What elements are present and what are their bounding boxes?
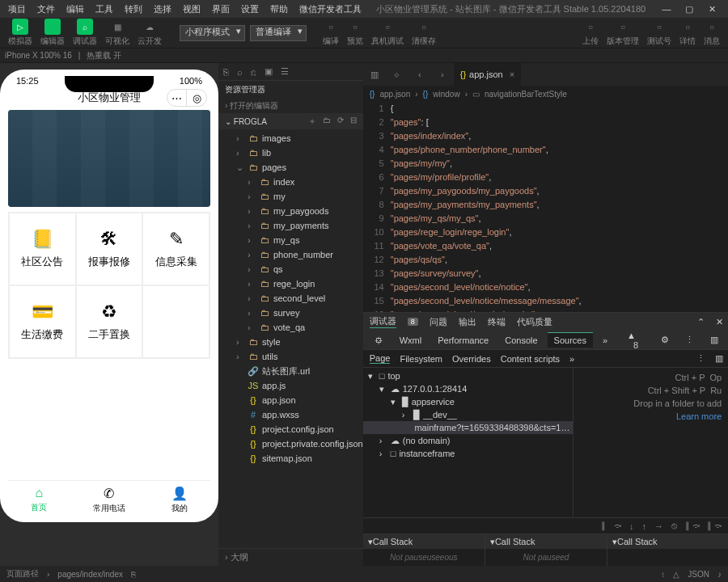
back-icon[interactable]: ‹ — [408, 63, 431, 86]
menu-选择[interactable]: 选择 — [149, 2, 176, 17]
tree-node[interactable]: ›🗀lib — [218, 146, 363, 160]
grid-item[interactable]: ✎信息采集 — [142, 213, 210, 285]
dt-wxml[interactable]: Wxml — [393, 333, 429, 348]
sub-dots-icon[interactable]: ⋮ — [696, 353, 705, 364]
grid-item[interactable]: 📒社区公告 — [9, 213, 76, 285]
menu-文件[interactable]: 文件 — [32, 2, 60, 17]
tab-我的[interactable]: 👤我的 — [171, 486, 188, 514]
page-path[interactable]: pages/index/index — [57, 570, 123, 579]
dt-tab-problems[interactable]: 问题 — [430, 316, 447, 328]
new-file-icon[interactable]: ＋ — [308, 116, 316, 127]
menu-视图[interactable]: 视图 — [178, 2, 205, 17]
tree-node[interactable]: {}project.private.config.json — [218, 436, 363, 451]
menu-编辑[interactable]: 编辑 — [61, 2, 89, 17]
files-icon[interactable]: ⎘ — [223, 67, 229, 77]
dock-icon[interactable]: ▥ — [704, 332, 725, 348]
warn-badge[interactable]: ▲ 8 — [620, 328, 651, 352]
sub-page[interactable]: Page — [370, 353, 391, 364]
cube-icon[interactable]: ▣ — [265, 66, 273, 77]
grid-item[interactable]: 💳生活缴费 — [9, 285, 76, 358]
code-editor[interactable]: 123456789101112131415161718 { "pages": [… — [363, 102, 728, 312]
more-icon[interactable]: ⋯ — [167, 90, 187, 106]
search-icon[interactable]: ⌕ — [237, 67, 243, 77]
tree-node[interactable]: ›🗀my — [218, 189, 363, 204]
step-icon[interactable]: → — [654, 521, 663, 531]
tree-node[interactable]: {}sitemap.json — [218, 451, 363, 466]
branch-icon[interactable]: ⎌ — [251, 67, 256, 77]
sub-panel-icon[interactable]: ▥ — [715, 353, 723, 364]
sidebar-icon[interactable]: ▥ — [363, 63, 386, 86]
tree-node[interactable]: JSapp.js — [218, 378, 363, 393]
tbtn-模拟器[interactable]: ▷模拟器 — [5, 17, 36, 48]
tree-node[interactable]: ›🗀my_payments — [218, 218, 363, 233]
db-icon[interactable]: ☰ — [281, 66, 289, 77]
tree-node[interactable]: ›🗀survey — [218, 306, 363, 320]
tab-常用电话[interactable]: ✆常用电话 — [93, 486, 125, 514]
tree-node[interactable]: 🔗站长图库.url — [218, 364, 363, 378]
inspect-icon[interactable]: ⯐ — [368, 333, 390, 348]
dt-console[interactable]: Console — [498, 333, 544, 348]
copy-icon[interactable]: ⎘ — [131, 570, 136, 579]
dt-tab-output[interactable]: 输出 — [459, 316, 476, 328]
dt-tab-quality[interactable]: 代码质量 — [517, 316, 552, 328]
pause-icon[interactable]: ∥ — [601, 521, 606, 531]
close-tab-icon[interactable]: × — [510, 70, 514, 79]
menu-项目[interactable]: 项目 — [3, 2, 31, 17]
callstack-hdr-1[interactable]: ▾ Call Stack — [363, 534, 485, 549]
callstack-hdr-2[interactable]: ▾ Call Stack — [485, 534, 607, 549]
tab-首页[interactable]: ⌂首页 — [31, 486, 47, 514]
sub-fs[interactable]: Filesystem — [400, 354, 442, 364]
breadcrumbs[interactable]: {}app.json › {}window › ▭navigationBarTe… — [363, 86, 728, 102]
tbtn-云开发[interactable]: ☁云开发 — [134, 17, 165, 48]
dt-tab-terminal[interactable]: 终端 — [488, 316, 506, 328]
menu-工具[interactable]: 工具 — [91, 2, 118, 17]
tbtn-测试号[interactable]: ○测试号 — [644, 17, 675, 48]
editor-tab-appjson[interactable]: {} app.json × — [454, 63, 522, 86]
tree-node[interactable]: {}project.config.json — [218, 422, 363, 436]
tbtn-上传[interactable]: ○上传 — [579, 17, 602, 48]
more-sub-icon[interactable]: » — [569, 354, 574, 364]
tbtn-可视化[interactable]: ▦可视化 — [102, 17, 133, 48]
callstack-hdr-3[interactable]: ▾ Call Stack — [607, 534, 728, 549]
new-folder-icon[interactable]: 🗀 — [323, 116, 331, 127]
step-in-icon[interactable]: ↓ — [629, 521, 634, 531]
dt-perf[interactable]: Performance — [431, 333, 495, 348]
step-over-icon[interactable]: ⤼ — [614, 521, 621, 531]
tbtn-调试器[interactable]: ⌕调试器 — [70, 17, 100, 48]
sources-node[interactable]: ▾☁127.0.0.1:28414 — [363, 382, 573, 395]
bookmark-icon[interactable]: ⟐ — [386, 63, 408, 86]
mode-select[interactable]: 小程序模式 — [180, 25, 245, 41]
sources-node[interactable]: ›□instanceframe — [363, 447, 573, 460]
menu-转到[interactable]: 转到 — [120, 2, 147, 17]
menu-帮助[interactable]: 帮助 — [265, 2, 293, 17]
tree-node[interactable]: ›🗀my_paygoods — [218, 204, 363, 218]
tree-node[interactable]: ›🗀second_level — [218, 291, 363, 306]
tbtn-编译[interactable]: ○编译 — [320, 17, 342, 48]
tree-node[interactable]: ›🗀phone_number — [218, 247, 363, 262]
notif-icon[interactable]: △ — [673, 570, 679, 579]
open-editors-label[interactable]: › 打开的编辑器 — [218, 99, 363, 113]
compile-select[interactable]: 普通编译 — [250, 25, 307, 41]
menu-微信开发者工具[interactable]: 微信开发者工具 — [294, 2, 366, 17]
collapse-icon[interactable]: ⊟ — [350, 116, 357, 127]
tbtn-版本管理[interactable]: ○版本管理 — [603, 17, 642, 48]
tbtn-清缓存[interactable]: ○清缓存 — [408, 17, 439, 48]
tree-node[interactable]: ›🗀index — [218, 175, 363, 189]
more-tabs-icon[interactable]: » — [596, 333, 614, 348]
close-icon[interactable]: ✕ — [704, 4, 720, 15]
device-label[interactable]: iPhone X 100% 16 — [5, 51, 72, 60]
outline-label[interactable]: › 大纲 — [218, 548, 363, 566]
dt-tab-debugger[interactable]: 调试器 — [370, 315, 396, 328]
tree-node[interactable]: ›🗀images — [218, 131, 363, 146]
grid-item[interactable]: 🛠报事报修 — [76, 213, 143, 285]
tree-node[interactable]: ›🗀style — [218, 335, 363, 349]
maximize-icon[interactable]: ▢ — [681, 4, 697, 15]
tree-node[interactable]: ›🗀utils — [218, 349, 363, 364]
grid-item[interactable]: ♻二手置换 — [76, 285, 143, 358]
explorer-root-header[interactable]: ⌄ FROGLA ＋ 🗀 ⟳ ⊟ — [218, 113, 363, 129]
tree-node[interactable]: ›🗀rege_login — [218, 276, 363, 291]
forward-icon[interactable]: › — [431, 63, 454, 86]
tbtn-预览[interactable]: ○预览 — [344, 17, 366, 48]
learn-more-link[interactable]: Learn more — [676, 411, 722, 421]
menu-设置[interactable]: 设置 — [236, 2, 264, 17]
